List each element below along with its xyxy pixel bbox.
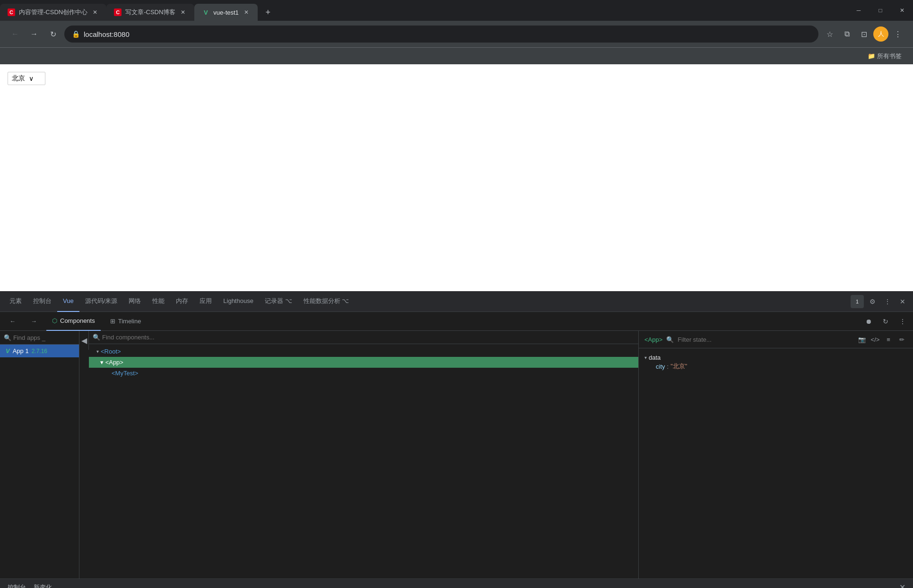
- tab-3-favicon: V: [202, 9, 209, 16]
- list-icon[interactable]: ≡: [883, 334, 894, 345]
- devtools-tab-application[interactable]: 应用: [194, 291, 217, 312]
- chevron-down-icon: ∨: [29, 75, 34, 82]
- city-select[interactable]: 北京 ∨: [8, 72, 45, 85]
- forward-button[interactable]: →: [26, 26, 42, 42]
- state-body: ▾ data city : "北京": [639, 348, 913, 579]
- component-panel: 🔍 ▾ <Root> ▾ <App> <MyTest>: [89, 331, 639, 579]
- app-search-icon: 🔍: [4, 334, 11, 341]
- devtools-forward-btn[interactable]: →: [25, 312, 43, 331]
- restore-button[interactable]: □: [870, 0, 891, 21]
- profile-button[interactable]: 人: [873, 26, 888, 42]
- new-tab-button[interactable]: +: [260, 4, 277, 21]
- tab-3-close[interactable]: ✕: [243, 9, 250, 16]
- tree-node-app[interactable]: ▾ <App>: [89, 357, 638, 368]
- tab-3[interactable]: V vue-test1 ✕: [194, 4, 257, 21]
- tab-1[interactable]: C 内容管理-CSDN创作中心 ✕: [0, 4, 106, 21]
- tab-1-favicon: C: [8, 9, 15, 16]
- folder-icon: 📁: [868, 52, 875, 60]
- devtools-tab-recorder[interactable]: 记录器 ⌥: [259, 291, 298, 312]
- performance-tab-label: 性能: [152, 297, 165, 305]
- state-section-data-header[interactable]: ▾ data: [644, 354, 907, 361]
- devtools-close-icon[interactable]: ✕: [896, 295, 909, 308]
- app-list-item-1[interactable]: V App 1 2.7.16: [0, 345, 79, 357]
- status-changes[interactable]: 新变化: [34, 583, 52, 588]
- back-button[interactable]: ←: [8, 26, 23, 42]
- mytest-tag: <MyTest>: [112, 370, 138, 377]
- status-bar-close-icon[interactable]: ✕: [899, 583, 905, 588]
- elements-tab-label: 元素: [9, 297, 22, 305]
- tab-1-close[interactable]: ✕: [91, 9, 99, 16]
- tab-2-title: 写文章-CSDN博客: [125, 8, 175, 17]
- badge-count: 1: [851, 295, 864, 308]
- component-search-input[interactable]: [102, 334, 635, 341]
- app-name: App 1: [13, 347, 29, 355]
- devtools-tab-network[interactable]: 网络: [123, 291, 147, 312]
- sources-tab-label: 源代码/来源: [85, 297, 118, 305]
- console-tab-label: 控制台: [33, 297, 52, 305]
- url-bar[interactable]: 🔒 localhost:8080: [64, 26, 818, 43]
- bookmark-button[interactable]: ☆: [822, 26, 837, 42]
- tree-node-root[interactable]: ▾ <Root>: [89, 346, 638, 357]
- state-header: <App> 🔍 📷 </> ≡ ✏: [639, 331, 913, 348]
- code-icon[interactable]: </>: [870, 334, 881, 345]
- bookmarks-folder[interactable]: 📁 所有书签: [864, 50, 905, 62]
- bookmarks-label: 所有书签: [877, 52, 902, 61]
- devtools-tab-lighthouse[interactable]: Lighthouse: [217, 291, 259, 312]
- menu-button[interactable]: ⋮: [890, 26, 905, 42]
- tab-2-close[interactable]: ✕: [179, 9, 187, 16]
- page-content: 北京 ∨: [0, 64, 913, 291]
- tree-node-mytest[interactable]: <MyTest>: [89, 368, 638, 379]
- data-section-arrow: ▾: [644, 355, 647, 360]
- state-filter-input[interactable]: [678, 336, 852, 343]
- memory-tab-label: 内存: [176, 297, 188, 305]
- network-tab-label: 网络: [129, 297, 141, 305]
- close-button[interactable]: ✕: [891, 0, 913, 21]
- tab-2[interactable]: C 写文章-CSDN博客 ✕: [106, 4, 194, 21]
- settings-icon[interactable]: ⚙: [866, 295, 879, 308]
- timeline-label: Timeline: [118, 318, 141, 325]
- timeline-icon: ⊞: [110, 318, 115, 325]
- app-search: 🔍 ↻: [0, 331, 79, 345]
- app-tag: <App>: [105, 359, 123, 366]
- state-actions: 📷 </> ≡ ✏: [856, 334, 907, 345]
- refresh-button[interactable]: ↻: [45, 26, 61, 42]
- screenshot-icon[interactable]: 📷: [856, 334, 868, 345]
- extensions-button[interactable]: ⧉: [839, 26, 854, 42]
- edit-icon[interactable]: ✏: [896, 334, 907, 345]
- lighthouse-tab-label: Lighthouse: [223, 297, 253, 304]
- app-sidebar: 🔍 ↻ V App 1 2.7.16: [0, 331, 79, 579]
- subtab-timeline[interactable]: ⊞ Timeline: [104, 312, 147, 331]
- state-section-data: ▾ data city : "北京": [639, 352, 913, 373]
- app-version: 2.7.16: [32, 348, 47, 355]
- devtools-tab-performance[interactable]: 性能: [147, 291, 170, 312]
- devtools-back-btn[interactable]: ←: [4, 312, 21, 331]
- devtools-tab-vue[interactable]: Vue: [57, 291, 79, 312]
- devtools-tab-actions: 1 ⚙ ⋮ ✕: [851, 295, 909, 308]
- more-devtools-button[interactable]: ⋮: [896, 315, 909, 328]
- app-expand-arrow: ▾: [100, 359, 105, 366]
- record-button[interactable]: ⏺: [862, 315, 875, 328]
- components-icon: ⬡: [52, 317, 57, 324]
- devtools-tab-sources[interactable]: 源代码/来源: [79, 291, 123, 312]
- sidebar-collapse-button[interactable]: ◀: [79, 331, 89, 350]
- devtools-tab-memory[interactable]: 内存: [170, 291, 194, 312]
- status-console[interactable]: 控制台: [8, 583, 26, 588]
- more-options-icon[interactable]: ⋮: [881, 295, 894, 308]
- select-box[interactable]: 北京 ∨: [8, 72, 45, 85]
- browser-chrome: C 内容管理-CSDN创作中心 ✕ C 写文章-CSDN博客 ✕ V vue-t…: [0, 0, 913, 47]
- city-key: city: [656, 363, 665, 370]
- status-bar: 控制台 新变化 ✕: [0, 579, 913, 588]
- city-colon: :: [667, 363, 669, 370]
- devtools-tab-console[interactable]: 控制台: [27, 291, 57, 312]
- component-search-icon: 🔍: [93, 334, 100, 341]
- collapse-icon: ◀: [81, 336, 87, 345]
- subtab-components[interactable]: ⬡ Components: [46, 312, 101, 331]
- tab-3-title: vue-test1: [213, 9, 238, 16]
- minimize-button[interactable]: ─: [848, 0, 870, 21]
- reload-devtools-button[interactable]: ↻: [879, 315, 892, 328]
- vue-tab-label: Vue: [63, 297, 74, 304]
- split-view-button[interactable]: ⊡: [856, 26, 871, 42]
- devtools: 元素 控制台 Vue 源代码/来源 网络 性能 内存 应用 Lighthouse…: [0, 291, 913, 588]
- devtools-tab-perf-insights[interactable]: 性能数据分析 ⌥: [298, 291, 355, 312]
- devtools-tab-elements[interactable]: 元素: [4, 291, 27, 312]
